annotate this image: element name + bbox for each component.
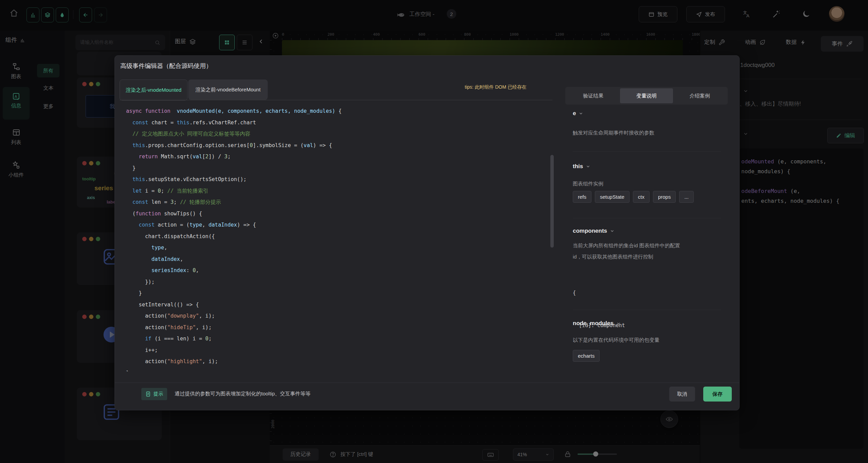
section-e[interactable]: e bbox=[573, 110, 583, 117]
advanced-event-editor-modal: 高级事件编辑器（配合源码使用） 渲染之后-v​nodeMounted 渲染之前-… bbox=[114, 55, 740, 410]
tab-validation-result[interactable]: 验证结果 bbox=[567, 88, 620, 103]
section-node-modules[interactable]: node_modules bbox=[573, 320, 621, 327]
variable-chip[interactable]: setupState bbox=[595, 191, 630, 203]
package-chip[interactable]: echarts bbox=[573, 350, 600, 362]
this-chips: refssetupStatectxprops... bbox=[573, 191, 697, 203]
chevron-down-icon bbox=[586, 164, 590, 169]
code-editor[interactable]: async function vnodeMounted(e, component… bbox=[126, 106, 547, 371]
section-e-desc: 触发对应生命周期事件时接收的参数 bbox=[573, 127, 654, 138]
chevron-down-icon bbox=[610, 229, 615, 233]
code-editor-scrollbar[interactable] bbox=[550, 155, 554, 248]
tab-vnode-mounted[interactable]: 渲染之后-v​nodeMounted bbox=[120, 79, 188, 101]
node-modules-chips: echarts bbox=[573, 350, 603, 362]
save-button[interactable]: 保存 bbox=[703, 387, 732, 402]
section-components[interactable]: components bbox=[573, 228, 615, 234]
footer-tip-badge: 提示 bbox=[141, 388, 167, 400]
variable-chip[interactable]: refs bbox=[573, 191, 591, 203]
section-this-desc: 图表组件实例 bbox=[573, 178, 603, 189]
footer-tip-text: 通过提供的参数可为图表增加定制化的tooltip、交互事件等等 bbox=[175, 391, 311, 397]
chevron-down-icon bbox=[579, 111, 583, 116]
docs-divider bbox=[573, 218, 721, 218]
footer-divider bbox=[115, 382, 739, 383]
section-this[interactable]: this bbox=[573, 163, 590, 170]
docs-tabs: 验证结果 变量说明 介绍案例 bbox=[565, 87, 728, 105]
tab-intro-examples[interactable]: 介绍案例 bbox=[673, 88, 726, 103]
chevron-down-icon bbox=[616, 321, 621, 326]
cancel-button[interactable]: 取消 bbox=[669, 387, 695, 402]
variable-chip[interactable]: props bbox=[653, 191, 676, 203]
dom-tip-text: tips: 此时组件 DOM 已经存在 bbox=[465, 84, 527, 90]
modal-title: 高级事件编辑器（配合源码使用） bbox=[120, 62, 212, 70]
tab-underline bbox=[120, 100, 552, 100]
tab-variable-docs[interactable]: 变量说明 bbox=[620, 88, 673, 103]
docs-divider bbox=[573, 152, 721, 152]
section-node-modules-desc: 以下是内置在代码环境中可用的包变量 bbox=[573, 334, 659, 345]
section-components-desc: 当前大屏内所有组件的集合id 图表组件中的配置 id，可以获取其他图表组件进行控… bbox=[573, 240, 726, 262]
docs-divider bbox=[573, 310, 721, 310]
variable-chip[interactable]: ... bbox=[679, 191, 694, 203]
app-screen: 工作空间 - 2 预览 发布 文A 组件 图表 A bbox=[0, 0, 868, 463]
tab-vnode-before-mount[interactable]: 渲染之前-v​nodeBeforeMount bbox=[188, 79, 268, 100]
document-icon bbox=[145, 391, 151, 397]
variable-chip[interactable]: ctx bbox=[633, 191, 650, 203]
